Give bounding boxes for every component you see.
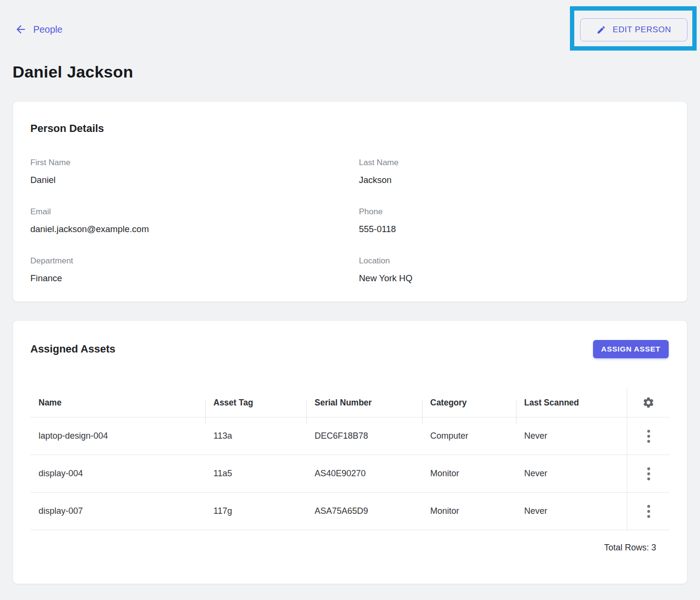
total-rows-label: Total Rows: 3 [13,543,656,553]
cell-last-scanned: Never [516,506,627,516]
assigned-assets-card: Assigned Assets ASSIGN ASSET Name Asset … [13,320,687,584]
field-location: Location New York HQ [359,256,669,284]
table-row[interactable]: display-004 11a5 AS40E90270 Monitor Neve… [30,455,670,493]
cell-name: display-004 [30,469,205,479]
field-label: Department [30,256,359,266]
field-label: Phone [359,207,669,217]
cell-serial-number: DEC6F18B78 [306,431,422,441]
edit-person-button-label: EDIT PERSON [613,25,672,35]
arrow-back-icon [14,23,27,36]
kebab-menu-icon [647,430,650,443]
cell-asset-tag: 113a [205,431,306,441]
cell-last-scanned: Never [516,431,627,441]
column-header-serial-number[interactable]: Serial Number [306,398,422,408]
cell-last-scanned: Never [516,469,627,479]
assigned-assets-title: Assigned Assets [30,342,115,356]
field-first-name: First Name Daniel [30,157,359,186]
column-header-asset-tag[interactable]: Asset Tag [205,398,306,408]
person-details-card: Person Details First Name Daniel Last Na… [13,101,687,302]
row-actions-button[interactable] [639,501,658,522]
field-value: Jackson [359,174,669,186]
field-label: First Name [30,157,359,168]
column-header-last-scanned[interactable]: Last Scanned [516,398,627,408]
assign-asset-button[interactable]: ASSIGN ASSET [593,340,669,358]
table-row[interactable]: display-007 117g ASA75A65D9 Monitor Neve… [30,493,670,530]
assets-table: Name Asset Tag Serial Number Category La… [30,388,670,530]
cell-serial-number: ASA75A65D9 [306,506,422,516]
field-email: Email daniel.jackson@example.com [30,207,359,235]
assigned-assets-header: Assigned Assets ASSIGN ASSET [30,340,669,358]
row-actions-button[interactable] [639,463,658,484]
field-value: Finance [30,272,359,284]
edit-person-button[interactable]: EDIT PERSON [580,18,687,41]
kebab-menu-icon [647,467,650,481]
cell-name: laptop-design-004 [30,431,205,441]
cell-name: display-007 [30,506,205,516]
cell-actions [627,417,670,455]
field-label: Email [30,207,359,217]
table-settings-button[interactable] [639,393,658,412]
field-value: New York HQ [359,272,669,284]
person-details-title: Person Details [30,121,669,136]
back-to-people-link[interactable]: People [14,23,63,36]
pencil-icon [596,25,606,35]
person-details-fields: First Name Daniel Last Name Jackson Emai… [30,157,669,305]
cell-asset-tag: 11a5 [205,469,306,479]
cell-asset-tag: 117g [205,506,306,516]
back-link-label: People [33,23,63,36]
field-last-name: Last Name Jackson [359,157,669,186]
cell-actions [627,493,670,530]
field-value: daniel.jackson@example.com [30,223,359,235]
kebab-menu-icon [647,505,650,518]
field-value: Daniel [30,174,359,186]
field-label: Location [359,256,669,266]
table-row[interactable]: laptop-design-004 113a DEC6F18B78 Comput… [30,417,670,455]
assets-table-header-row: Name Asset Tag Serial Number Category La… [30,388,670,417]
cell-category: Monitor [422,506,516,516]
cell-category: Monitor [422,469,516,479]
cell-category: Computer [422,431,516,441]
row-actions-button[interactable] [639,426,658,447]
field-label: Last Name [359,157,669,168]
column-header-name[interactable]: Name [30,398,205,408]
field-phone: Phone 555-0118 [359,207,669,235]
field-value: 555-0118 [359,223,669,235]
page-title: Daniel Jackson [13,62,133,82]
column-header-category[interactable]: Category [422,398,516,408]
field-department: Department Finance [30,256,359,284]
column-header-actions [627,388,670,417]
cell-actions [627,455,670,492]
cell-serial-number: AS40E90270 [306,469,422,479]
gear-icon [642,396,655,409]
